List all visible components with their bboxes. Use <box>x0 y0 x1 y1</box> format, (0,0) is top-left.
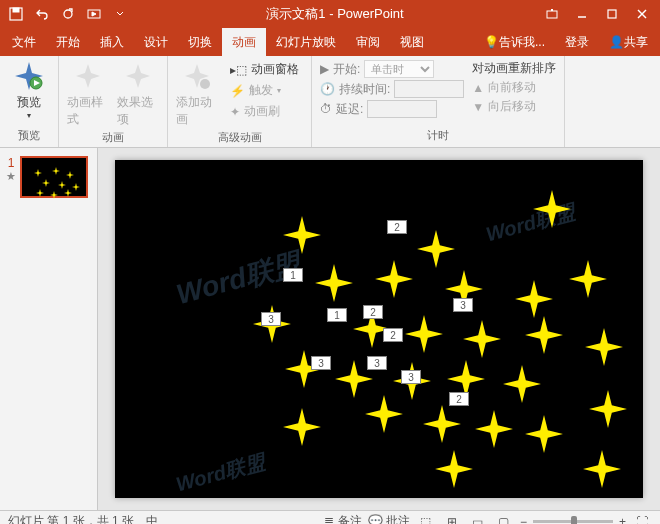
star-shape[interactable] <box>365 395 403 433</box>
tab-insert[interactable]: 插入 <box>90 28 134 56</box>
thumbnail-number: 1 <box>8 156 15 170</box>
tab-slideshow[interactable]: 幻灯片放映 <box>266 28 346 56</box>
notes-button[interactable]: ≣ 备注 <box>324 513 361 524</box>
star-shape[interactable] <box>503 365 541 403</box>
zoom-in-button[interactable]: + <box>619 515 626 525</box>
fit-button[interactable]: ⛶ <box>632 514 652 525</box>
animation-styles-button[interactable]: 动画样式 <box>65 58 111 130</box>
tab-view[interactable]: 视图 <box>390 28 434 56</box>
svg-point-2 <box>64 10 72 18</box>
reading-view-button[interactable]: ▭ <box>468 514 488 525</box>
trigger-button[interactable]: ⚡触发▾ <box>226 81 303 100</box>
star-shape[interactable] <box>475 410 513 448</box>
normal-view-button[interactable]: ⬚ <box>416 514 436 525</box>
star-shape[interactable] <box>283 216 321 254</box>
start-select[interactable]: 单击时 <box>364 60 434 78</box>
group-animation: 动画样式 效果选项 动画 <box>59 56 168 147</box>
tab-transitions[interactable]: 切换 <box>178 28 222 56</box>
thumbnail-item[interactable]: 1 ★ <box>6 156 91 198</box>
star-shape[interactable] <box>525 415 563 453</box>
add-star-icon <box>181 60 213 92</box>
move-earlier-button[interactable]: ▲向前移动 <box>472 79 556 96</box>
star-shape[interactable] <box>375 260 413 298</box>
animation-order-tag[interactable]: 3 <box>261 312 281 326</box>
qat-customize-button[interactable] <box>108 2 132 26</box>
animation-order-tag[interactable]: 2 <box>383 328 403 342</box>
animation-order-tag[interactable]: 1 <box>327 308 347 322</box>
slide-canvas[interactable]: Word联盟 Word联盟 Word联盟 21312233332 <box>115 160 643 498</box>
ribbon-options-button[interactable] <box>538 2 566 26</box>
star-shape[interactable] <box>515 280 553 318</box>
redo-button[interactable] <box>56 2 80 26</box>
move-later-button[interactable]: ▼向后移动 <box>472 98 556 115</box>
star-shape[interactable] <box>583 450 621 488</box>
star-icon <box>72 60 104 92</box>
star-shape[interactable] <box>569 260 607 298</box>
share-button[interactable]: 👤共享 <box>599 28 658 56</box>
tab-design[interactable]: 设计 <box>134 28 178 56</box>
star-shape[interactable] <box>525 316 563 354</box>
group-preview: 预览 ▾ 预览 <box>0 56 59 147</box>
workspace: 1 ★ Word联盟 Word联盟 Word联盟 21312233332 <box>0 148 660 510</box>
preview-button[interactable]: 预览 ▾ <box>6 58 52 122</box>
star-shape[interactable] <box>589 390 627 428</box>
start-from-beginning-button[interactable] <box>82 2 106 26</box>
animation-order-tag[interactable]: 3 <box>311 356 331 370</box>
animation-painter-button[interactable]: ✦动画刷 <box>226 102 303 121</box>
status-bar: 幻灯片 第 1 张，共 1 张 中 ≣ 备注 💬 批注 ⬚ ⊞ ▭ ▢ − + … <box>0 510 660 524</box>
star-shape[interactable] <box>283 408 321 446</box>
tab-animations[interactable]: 动画 <box>222 28 266 56</box>
star-shape[interactable] <box>533 190 571 228</box>
slide-counter[interactable]: 幻灯片 第 1 张，共 1 张 <box>8 513 134 524</box>
minimize-button[interactable] <box>568 2 596 26</box>
svg-rect-4 <box>547 11 557 18</box>
save-button[interactable] <box>4 2 28 26</box>
maximize-button[interactable] <box>598 2 626 26</box>
star-shape[interactable] <box>435 450 473 488</box>
star-shape[interactable] <box>585 328 623 366</box>
language-button[interactable]: 中 <box>146 513 158 524</box>
tab-review[interactable]: 审阅 <box>346 28 390 56</box>
tab-file[interactable]: 文件 <box>2 28 46 56</box>
effect-options-button[interactable]: 效果选项 <box>115 58 161 130</box>
tell-me-button[interactable]: 💡告诉我... <box>474 28 555 56</box>
zoom-slider[interactable] <box>533 520 613 523</box>
up-arrow-icon: ▲ <box>472 81 484 95</box>
ribbon-tabs: 文件 开始 插入 设计 切换 动画 幻灯片放映 审阅 视图 💡告诉我... 登录… <box>0 28 660 56</box>
star-shape[interactable] <box>417 230 455 268</box>
star-shape[interactable] <box>463 320 501 358</box>
star-shape[interactable] <box>405 315 443 353</box>
thumbnail-preview[interactable] <box>20 156 88 198</box>
animation-order-tag[interactable]: 3 <box>401 370 421 384</box>
star-shape[interactable] <box>315 264 353 302</box>
delay-input[interactable] <box>367 100 437 118</box>
share-icon: 👤 <box>609 35 624 49</box>
add-animation-button[interactable]: 添加动画 <box>174 58 220 130</box>
undo-button[interactable] <box>30 2 54 26</box>
login-button[interactable]: 登录 <box>555 28 599 56</box>
tab-home[interactable]: 开始 <box>46 28 90 56</box>
animation-order-tag[interactable]: 1 <box>283 268 303 282</box>
svg-rect-6 <box>608 10 616 18</box>
sorter-view-button[interactable]: ⊞ <box>442 514 462 525</box>
slide-editor[interactable]: Word联盟 Word联盟 Word联盟 21312233332 <box>98 148 660 510</box>
svg-point-10 <box>200 79 210 89</box>
comments-button[interactable]: 💬 批注 <box>368 513 410 524</box>
animation-order-tag[interactable]: 2 <box>363 305 383 319</box>
slideshow-view-button[interactable]: ▢ <box>494 514 514 525</box>
animation-order-tag[interactable]: 3 <box>367 356 387 370</box>
watermark: Word联盟 <box>173 449 268 499</box>
star-shape[interactable] <box>423 405 461 443</box>
title-bar: 演示文稿1 - PowerPoint <box>0 0 660 28</box>
zoom-out-button[interactable]: − <box>520 515 527 525</box>
clock-icon: 🕐 <box>320 82 335 96</box>
animation-pane-button[interactable]: ▸⬚动画窗格 <box>226 60 303 79</box>
animation-order-tag[interactable]: 2 <box>387 220 407 234</box>
animation-order-tag[interactable]: 3 <box>453 298 473 312</box>
window-title: 演示文稿1 - PowerPoint <box>132 5 538 23</box>
animation-order-tag[interactable]: 2 <box>449 392 469 406</box>
trigger-icon: ⚡ <box>230 84 245 98</box>
duration-input[interactable] <box>394 80 464 98</box>
dropdown-icon: ▾ <box>27 111 31 120</box>
close-button[interactable] <box>628 2 656 26</box>
